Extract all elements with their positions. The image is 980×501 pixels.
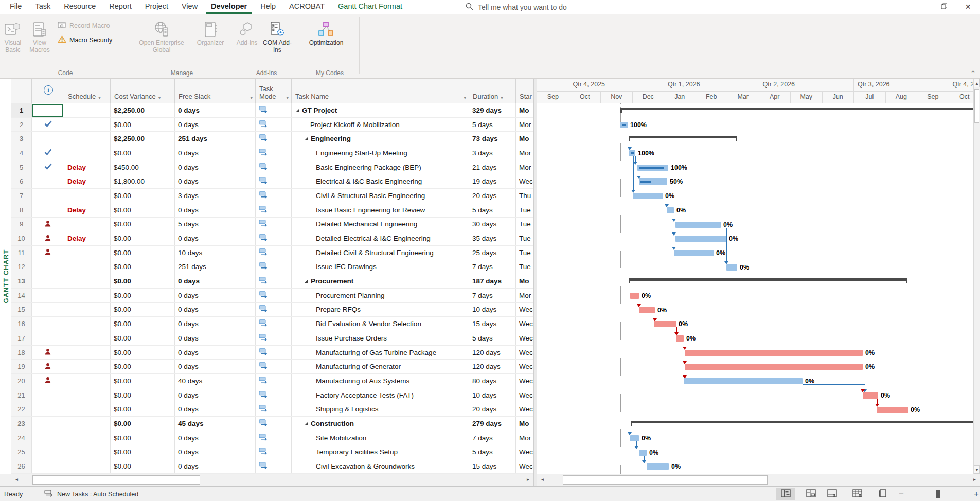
row-number[interactable]: 15 xyxy=(11,303,32,317)
row-number[interactable]: 3 xyxy=(11,132,32,146)
menu-resource[interactable]: Resource xyxy=(59,0,100,14)
column-header-slack[interactable]: Free Slack▾ xyxy=(175,79,256,103)
duration-cell[interactable]: 5 days xyxy=(469,203,516,217)
filter-arrow-icon[interactable]: ▾ xyxy=(501,95,503,100)
duration-cell[interactable]: 120 days xyxy=(469,360,516,373)
row-number[interactable]: 22 xyxy=(11,402,32,416)
start-cell[interactable]: Mo xyxy=(516,417,533,431)
duration-cell[interactable]: 20 days xyxy=(469,402,516,416)
free-slack-cell[interactable]: 0 days xyxy=(175,203,256,217)
row-number[interactable]: 23 xyxy=(11,417,32,431)
indicators-cell[interactable] xyxy=(32,402,64,416)
menu-file[interactable]: File xyxy=(5,0,26,14)
row-number[interactable]: 7 xyxy=(11,189,32,203)
schedule-cell[interactable] xyxy=(64,189,111,203)
summary-bar[interactable] xyxy=(620,108,980,110)
start-cell[interactable]: Tue xyxy=(516,231,533,245)
duration-cell[interactable]: 15 days xyxy=(469,459,516,473)
gantt-chart-view-button[interactable] xyxy=(776,488,795,500)
row-number[interactable]: 12 xyxy=(11,260,32,274)
start-cell[interactable]: Mor xyxy=(516,289,533,302)
task-bar[interactable] xyxy=(674,250,714,256)
task-bar[interactable] xyxy=(877,407,908,413)
schedule-cell[interactable] xyxy=(64,431,111,445)
row-number[interactable]: 19 xyxy=(11,360,32,373)
duration-cell[interactable]: 120 days xyxy=(469,346,516,360)
task-name-cell[interactable]: Basic Engineering Package (BEP) xyxy=(292,160,469,174)
task-name-cell[interactable]: Factory Acceptance Tests (FAT) xyxy=(292,388,469,402)
schedule-cell[interactable] xyxy=(64,103,111,117)
cost-variance-cell[interactable]: $0.00 xyxy=(111,289,175,302)
schedule-cell[interactable] xyxy=(64,374,111,388)
task-bar[interactable] xyxy=(685,364,863,370)
task-mode-cell[interactable] xyxy=(256,303,292,317)
zoom-slider-track[interactable] xyxy=(911,494,971,494)
indicators-cell[interactable] xyxy=(32,231,64,245)
task-bar[interactable] xyxy=(685,350,863,356)
task-mode-cell[interactable] xyxy=(256,231,292,245)
task-mode-cell[interactable] xyxy=(256,146,292,160)
expand-triangle-icon[interactable] xyxy=(305,279,308,283)
cost-variance-cell[interactable]: $0.00 xyxy=(111,459,175,473)
new-tasks-mode[interactable]: New Tasks : Auto Scheduled xyxy=(44,490,138,498)
task-name-cell[interactable]: Prepare RFQs xyxy=(292,303,469,317)
duration-cell[interactable]: 329 days xyxy=(469,103,516,117)
row-number[interactable]: 16 xyxy=(11,317,32,331)
column-header-mode[interactable]: Task Mode▾ xyxy=(256,79,292,103)
row-number[interactable]: 21 xyxy=(11,388,32,402)
row-number[interactable]: 14 xyxy=(11,289,32,302)
row-number[interactable]: 2 xyxy=(11,118,32,132)
cost-variance-cell[interactable]: $0.00 xyxy=(111,203,175,217)
schedule-cell[interactable]: Delay xyxy=(64,174,111,188)
schedule-cell[interactable] xyxy=(64,459,111,473)
filter-arrow-icon[interactable]: ▾ xyxy=(286,95,289,100)
row-number[interactable]: 11 xyxy=(11,246,32,260)
cost-variance-cell[interactable]: $0.00 xyxy=(111,146,175,160)
cost-variance-cell[interactable]: $0.00 xyxy=(111,118,175,132)
duration-cell[interactable]: 30 days xyxy=(469,218,516,231)
duration-cell[interactable]: 3 days xyxy=(469,146,516,160)
schedule-cell[interactable]: Delay xyxy=(64,160,111,174)
indicators-cell[interactable] xyxy=(32,174,64,188)
indicators-cell[interactable] xyxy=(32,417,64,431)
task-bar[interactable] xyxy=(676,335,684,342)
task-name-cell[interactable]: Civil Excavation & Groundworks xyxy=(292,459,469,473)
task-bar[interactable] xyxy=(654,321,676,327)
com-add-ins-button[interactable]: COM Add-ins xyxy=(261,17,294,53)
task-name-cell[interactable]: Issue Purchase Orders xyxy=(292,331,469,345)
free-slack-cell[interactable]: 10 days xyxy=(175,246,256,260)
duration-cell[interactable]: 35 days xyxy=(469,231,516,245)
free-slack-cell[interactable]: 0 days xyxy=(175,289,256,302)
cost-variance-cell[interactable]: $0.00 xyxy=(111,260,175,274)
free-slack-cell[interactable]: 0 days xyxy=(175,174,256,188)
indicators-cell[interactable] xyxy=(32,445,64,459)
free-slack-cell[interactable]: 0 days xyxy=(175,360,256,373)
restore-window-button[interactable] xyxy=(932,0,956,14)
row-number[interactable]: 6 xyxy=(11,174,32,188)
free-slack-cell[interactable]: 0 days xyxy=(175,346,256,360)
duration-cell[interactable]: 80 days xyxy=(469,374,516,388)
indicators-cell[interactable] xyxy=(32,132,64,146)
cost-variance-cell[interactable]: $0.00 xyxy=(111,218,175,231)
task-mode-cell[interactable] xyxy=(256,346,292,360)
row-number[interactable]: 25 xyxy=(11,445,32,459)
task-name-cell[interactable]: Procurement xyxy=(292,274,469,288)
free-slack-cell[interactable]: 0 days xyxy=(175,103,256,117)
task-name-cell[interactable]: Detailed Electrical & I&C Engineering xyxy=(292,231,469,245)
schedule-cell[interactable] xyxy=(64,346,111,360)
macro-security-button[interactable]: Macro Security xyxy=(58,35,112,45)
task-name-cell[interactable]: Issue IFC Drawings xyxy=(292,260,469,274)
duration-cell[interactable]: 279 days xyxy=(469,417,516,431)
task-name-cell[interactable]: Construction xyxy=(292,417,469,431)
scroll-right-icon[interactable]: ► xyxy=(970,475,979,485)
task-bar[interactable] xyxy=(647,463,669,470)
task-bar[interactable] xyxy=(630,293,639,299)
task-mode-cell[interactable] xyxy=(256,218,292,231)
menu-project[interactable]: Project xyxy=(140,0,173,14)
cost-variance-cell[interactable]: $1,800.00 xyxy=(111,174,175,188)
start-cell[interactable]: Wec xyxy=(516,317,533,331)
filter-arrow-icon[interactable]: ▾ xyxy=(98,95,101,100)
task-name-cell[interactable]: Engineering xyxy=(292,132,469,146)
column-header-dur[interactable]: Duration▾ xyxy=(469,79,516,103)
start-cell[interactable]: Tue xyxy=(516,246,533,260)
